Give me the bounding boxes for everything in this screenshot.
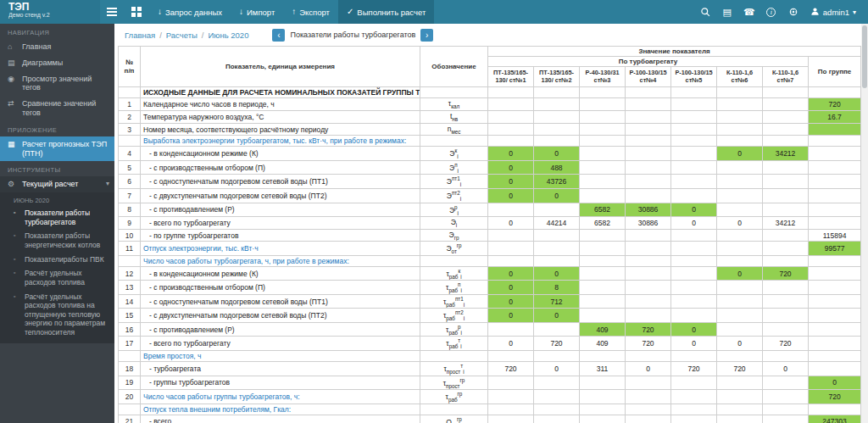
value-cell[interactable]: 0: [488, 160, 534, 175]
row-number: 7: [119, 188, 141, 203]
value-cell[interactable]: 0: [488, 309, 534, 323]
value-cell[interactable]: 720: [626, 322, 671, 337]
nav-item-data-request[interactable]: ↓Запрос данных: [149, 0, 231, 24]
search-icon[interactable]: [695, 0, 715, 24]
phone-icon[interactable]: ☎: [739, 0, 760, 24]
prev-sheet-button[interactable]: ‹: [272, 29, 285, 42]
sidebar-subitem-pvk-indicators[interactable]: ▫Показателиработы ПВК: [0, 253, 114, 267]
value-cell: [626, 147, 671, 161]
value-cell[interactable]: 0: [717, 266, 763, 281]
table-row: 18- турбоагрегатаτпросттi720031107207200: [119, 362, 861, 376]
sidebar-subitem-fuel-rates-heat[interactable]: ▫Расчёт удельных расходов топлива на отп…: [0, 290, 114, 340]
value-cell: 720: [717, 362, 763, 376]
value-cell: [671, 390, 717, 404]
value-cell: [534, 351, 580, 362]
value-cell: [534, 390, 580, 404]
breadcrumb-item[interactable]: Расчеты: [166, 31, 198, 40]
indicator-name: Календарное число часов в периоде, ч: [141, 98, 420, 111]
sidebar-item-current-calc[interactable]: ⚙Текущий расчет▾: [0, 176, 114, 192]
sidebar-subitem-fuel-rates[interactable]: ▫Расчёт удельных расходов топлива: [0, 266, 114, 289]
indicator-name: - в конденсационном режиме (К): [141, 147, 420, 161]
next-sheet-button[interactable]: ›: [420, 29, 433, 42]
sidebar-item-forecast-tep[interactable]: ▦Расчет прогнозных ТЭП (ПТН): [0, 136, 114, 162]
value-cell[interactable]: 0: [488, 175, 534, 189]
value-cell: [717, 390, 763, 404]
info-icon[interactable]: i: [761, 0, 782, 24]
value-cell[interactable]: 0: [488, 266, 534, 281]
value-cell[interactable]: 30886: [626, 203, 671, 217]
value-cell[interactable]: 0: [717, 147, 763, 161]
sidebar-item-label: Диаграммы: [22, 58, 63, 68]
value-cell: [580, 87, 626, 98]
value-cell[interactable]: 43726: [534, 175, 580, 189]
sidebar-item-home[interactable]: ⌂Главная: [0, 39, 114, 55]
group-value-cell[interactable]: 16.7: [809, 111, 861, 124]
scrollbar-thumb[interactable]: [862, 25, 867, 88]
value-cell[interactable]: 6582: [580, 203, 626, 217]
sidebar-item-diagrams[interactable]: ▤Диаграммы: [0, 55, 114, 71]
value-cell[interactable]: 34212: [763, 147, 809, 161]
group-value-cell: [809, 337, 861, 351]
value-cell[interactable]: 0: [671, 322, 717, 337]
nav-item-import[interactable]: ↓Импорт: [231, 0, 283, 24]
designation: Эгр: [420, 229, 488, 242]
value-cell: [717, 404, 763, 415]
group-value-cell[interactable]: 247303: [809, 415, 861, 423]
value-cell[interactable]: 0: [534, 147, 580, 161]
sidebar-subitem-turbine-indicators[interactable]: ▫Показатели работы турбоагрегатов: [0, 206, 114, 229]
value-cell[interactable]: 8: [534, 281, 580, 295]
sidebar-toggle-button[interactable]: [100, 0, 124, 24]
designation: τрабкi: [420, 266, 488, 281]
designation: Эпт1i: [420, 175, 488, 189]
value-cell: [626, 175, 671, 189]
indicator-name: - с производственным отбором (П): [141, 160, 420, 175]
value-cell: [671, 376, 717, 390]
value-cell[interactable]: 0: [488, 188, 534, 203]
sidebar-item-tag-values[interactable]: ◉Просмотр значений тегов: [0, 71, 114, 97]
group-value-cell[interactable]: 99577: [809, 242, 861, 256]
value-cell: 0: [534, 362, 580, 376]
sidebar-subitem-boiler-indicators[interactable]: ▫Показатели работы энергетических котлов: [0, 229, 114, 252]
value-cell: [763, 136, 809, 147]
breadcrumb-item[interactable]: Главная: [125, 31, 155, 40]
breadcrumb-item[interactable]: Июнь 2020: [209, 31, 249, 40]
group-value-cell[interactable]: 0: [809, 376, 861, 390]
panel-list-icon[interactable]: ▤: [717, 0, 737, 24]
group-value-cell[interactable]: [809, 123, 861, 136]
value-cell[interactable]: 712: [534, 294, 580, 309]
value-cell[interactable]: 0: [534, 266, 580, 281]
assistant-icon[interactable]: [783, 0, 804, 24]
group-value-cell[interactable]: 720: [809, 390, 861, 404]
nav-item-export[interactable]: ↑Экспорт: [283, 0, 338, 24]
value-cell[interactable]: 0: [671, 203, 717, 217]
value-cell[interactable]: 0: [534, 309, 580, 323]
value-cell[interactable]: 0: [534, 188, 580, 203]
value-cell: [717, 203, 763, 217]
app-logo[interactable]: ТЭП Демо стенд v.2: [0, 0, 100, 24]
value-cell[interactable]: 488: [534, 160, 580, 175]
indicator-name: - всего по турбоагрегату: [141, 217, 420, 230]
value-cell: [580, 123, 626, 136]
value-cell: [671, 175, 717, 189]
table-row: 11Отпуск электроэнергии, тыс. кВт·чЭотгр…: [119, 242, 861, 256]
value-cell: [717, 160, 763, 175]
value-cell[interactable]: 720: [763, 266, 809, 281]
group-value-cell: [809, 281, 861, 295]
value-cell[interactable]: 0: [488, 281, 534, 295]
table-row: 17- всего по турбоагрегатуτрабтi07204097…: [119, 337, 861, 351]
sidebar-subitem-label: Показатели работы турбоагрегатов: [25, 209, 110, 226]
group-value-cell[interactable]: 720: [809, 98, 861, 111]
value-cell[interactable]: 0: [488, 294, 534, 309]
user-menu[interactable]: admin1▾: [805, 7, 861, 18]
nav-item-run-calculation[interactable]: ✓Выполнить расчет: [338, 0, 434, 24]
value-cell[interactable]: 409: [580, 322, 626, 337]
vertical-scrollbar[interactable]: [861, 24, 868, 423]
turbine-column-header: ПТ-135/165-130/ ст№1: [488, 67, 534, 87]
sidebar-item-tag-compare[interactable]: ⇄Сравнение значений тегов: [0, 96, 114, 121]
designation: Qотгр: [420, 415, 488, 423]
sidebar-subitem-label: Расчёт удельных расходов топлива: [25, 269, 110, 287]
apps-grid-icon[interactable]: [124, 0, 149, 24]
document-icon: ▫: [14, 232, 20, 249]
table-row: 3Номер месяца, соответствующего расчётно…: [119, 123, 861, 136]
value-cell[interactable]: 0: [488, 147, 534, 161]
